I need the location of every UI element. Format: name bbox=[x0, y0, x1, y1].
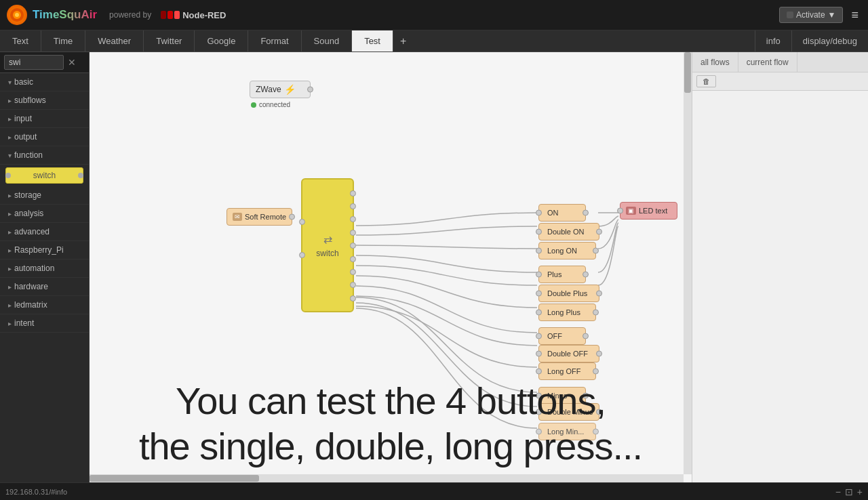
double-on-node[interactable]: Double ON bbox=[538, 223, 599, 241]
scrollbar-thumb[interactable] bbox=[684, 52, 691, 93]
tab-text[interactable]: Text bbox=[0, 30, 41, 51]
led-text-node[interactable]: ▣ LED text bbox=[620, 202, 677, 220]
tab-sound[interactable]: Sound bbox=[302, 30, 353, 51]
canvas-left-scrollbar[interactable] bbox=[684, 52, 692, 474]
minus-port-left[interactable] bbox=[536, 393, 542, 399]
switch-port-left-2[interactable] bbox=[299, 252, 305, 258]
switch-port-right-8[interactable] bbox=[350, 282, 356, 288]
tab-weather[interactable]: Weather bbox=[85, 30, 144, 51]
tab-twitter[interactable]: Twitter bbox=[144, 30, 195, 51]
palette-switch-node[interactable]: switch bbox=[5, 167, 83, 184]
sidebar-item-input[interactable]: ▸ input bbox=[0, 110, 89, 128]
hamburger-button[interactable]: ≡ bbox=[848, 5, 861, 25]
sidebar-item-function[interactable]: ▾ function bbox=[0, 146, 89, 165]
long-minus-port-right[interactable] bbox=[593, 429, 599, 435]
canvas-hscroll[interactable] bbox=[90, 474, 684, 482]
tab-test[interactable]: Test bbox=[352, 30, 393, 51]
off-node[interactable]: OFF bbox=[538, 327, 586, 345]
sidebar-item-subflows[interactable]: ▸ subflows bbox=[0, 91, 89, 110]
switch-port-right-3[interactable] bbox=[350, 216, 356, 222]
zoom-out-button[interactable]: − bbox=[835, 486, 841, 497]
sidebar-item-ledmatrix[interactable]: ▸ ledmatrix bbox=[0, 296, 89, 314]
fit-button[interactable]: ⊡ bbox=[845, 486, 853, 497]
sidebar-item-storage[interactable]: ▸ storage bbox=[0, 186, 89, 205]
minus-node[interactable]: Minus bbox=[538, 387, 586, 404]
long-plus-port-left[interactable] bbox=[536, 310, 542, 316]
topbar-right: Activate ▼ ≡ bbox=[779, 5, 861, 25]
switch-port-right-6[interactable] bbox=[350, 256, 356, 262]
soft-remote-node[interactable]: ✉ Soft Remote bbox=[226, 208, 292, 226]
canvas-hscroll-thumb[interactable] bbox=[90, 475, 259, 482]
arrow-icon: ▾ bbox=[8, 79, 12, 86]
right-panel: all flows current flow 🗑 bbox=[692, 52, 868, 482]
sidebar-item-basic[interactable]: ▾ basic bbox=[0, 73, 89, 91]
off-port-left[interactable] bbox=[536, 333, 542, 339]
on-node[interactable]: ON bbox=[538, 204, 586, 222]
long-on-port-left[interactable] bbox=[536, 248, 542, 254]
long-off-node[interactable]: Long OFF bbox=[538, 362, 596, 380]
double-minus-port-left[interactable] bbox=[536, 409, 542, 415]
tab-display-debug[interactable]: display/debug bbox=[791, 30, 868, 51]
long-minus-node[interactable]: Long Min... bbox=[538, 423, 596, 440]
double-minus-port-right[interactable] bbox=[596, 409, 602, 415]
soft-remote-port-right[interactable] bbox=[289, 214, 295, 220]
sidebar-item-advanced[interactable]: ▸ advanced bbox=[0, 223, 89, 241]
rp-delete-button[interactable]: 🗑 bbox=[696, 75, 716, 87]
switch-port-right-4[interactable] bbox=[350, 230, 356, 236]
double-minus-node[interactable]: Double Minus bbox=[538, 403, 599, 421]
switch-main-node[interactable]: ⇄ switch bbox=[301, 178, 354, 312]
sidebar-item-hardware[interactable]: ▸ hardware bbox=[0, 278, 89, 296]
tab-format[interactable]: Format bbox=[248, 30, 301, 51]
sidebar-item-raspberry-pi[interactable]: ▸ Raspberry_Pi bbox=[0, 241, 89, 259]
led-text-port-left[interactable] bbox=[617, 208, 623, 214]
double-plus-port-right[interactable] bbox=[596, 291, 602, 297]
minus-port-right[interactable] bbox=[583, 393, 589, 399]
switch-port-left-1[interactable] bbox=[299, 219, 305, 225]
long-off-port-right[interactable] bbox=[593, 369, 599, 375]
canvas-area[interactable]: ZWave ⚡ connected ✉ Soft Remote ⇄ switch bbox=[90, 52, 692, 482]
double-off-port-left[interactable] bbox=[536, 351, 542, 357]
search-clear-button[interactable]: ✕ bbox=[66, 57, 77, 68]
tab-google[interactable]: Google bbox=[195, 30, 248, 51]
rp-tab-current-flow[interactable]: current flow bbox=[738, 52, 797, 72]
long-on-port-right[interactable] bbox=[593, 248, 599, 254]
rp-tab-all-flows[interactable]: all flows bbox=[692, 52, 738, 72]
add-tab-button[interactable]: + bbox=[393, 30, 413, 51]
on-port-left[interactable] bbox=[536, 210, 542, 216]
on-port-right[interactable] bbox=[583, 210, 589, 216]
long-plus-node[interactable]: Long Plus bbox=[538, 304, 596, 321]
plus-node[interactable]: Plus bbox=[538, 266, 586, 283]
off-port-right[interactable] bbox=[583, 333, 589, 339]
switch-port-right-2[interactable] bbox=[350, 203, 356, 209]
double-on-port-right[interactable] bbox=[596, 229, 602, 235]
switch-port-right-5[interactable] bbox=[350, 243, 356, 249]
long-plus-port-right[interactable] bbox=[593, 310, 599, 316]
plus-port-right[interactable] bbox=[583, 272, 589, 278]
double-plus-port-left[interactable] bbox=[536, 291, 542, 297]
sidebar-item-analysis[interactable]: ▸ analysis bbox=[0, 205, 89, 223]
search-input[interactable] bbox=[4, 55, 64, 70]
tab-info[interactable]: info bbox=[755, 30, 791, 51]
sidebar-item-automation[interactable]: ▸ automation bbox=[0, 259, 89, 278]
plus-port-left[interactable] bbox=[536, 272, 542, 278]
zoom-in-button[interactable]: + bbox=[857, 486, 863, 497]
double-plus-node[interactable]: Double Plus bbox=[538, 285, 599, 302]
tab-time[interactable]: Time bbox=[41, 30, 85, 51]
powered-by-label: powered by bbox=[109, 10, 151, 20]
switch-port-right-9[interactable] bbox=[350, 295, 356, 301]
double-off-node[interactable]: Double OFF bbox=[538, 345, 599, 362]
double-off-port-right[interactable] bbox=[596, 351, 602, 357]
zwave-node[interactable]: ZWave ⚡ bbox=[250, 81, 311, 98]
sidebar-item-output[interactable]: ▸ output bbox=[0, 128, 89, 146]
switch-port-right-7[interactable] bbox=[350, 269, 356, 275]
long-off-port-left[interactable] bbox=[536, 369, 542, 375]
activate-button[interactable]: Activate ▼ bbox=[779, 7, 844, 23]
sidebar-item-intent[interactable]: ▸ intent bbox=[0, 314, 89, 333]
zwave-icon: ⚡ bbox=[284, 84, 296, 95]
switch-port-right-1[interactable] bbox=[350, 190, 356, 196]
zwave-port-right[interactable] bbox=[307, 87, 313, 93]
double-on-port-left[interactable] bbox=[536, 229, 542, 235]
connected-text: connected bbox=[259, 101, 290, 108]
long-on-node[interactable]: Long ON bbox=[538, 242, 596, 259]
long-minus-port-left[interactable] bbox=[536, 429, 542, 435]
